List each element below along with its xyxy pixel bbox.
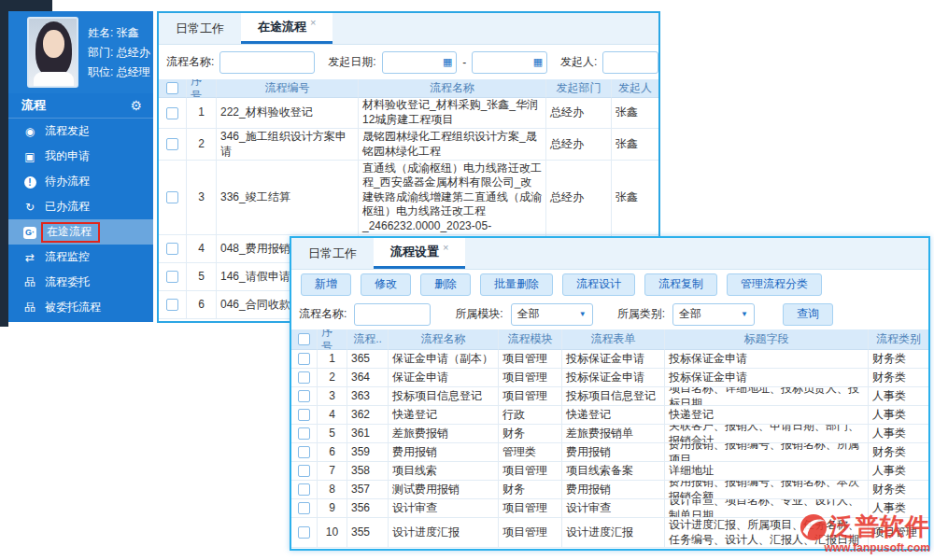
cell-name: 设计审查 xyxy=(389,499,499,518)
profile-name: 姓名: 张鑫 xyxy=(88,23,150,43)
row-checkbox[interactable] xyxy=(298,483,310,496)
initiator-input[interactable] xyxy=(602,51,658,74)
window1-tabstrip: 日常工作 在途流程 × xyxy=(159,13,658,45)
tab-process-settings[interactable]: 流程设置 × xyxy=(374,238,465,269)
toolbar-button-2[interactable]: 删除 xyxy=(420,273,471,296)
select-all-checkbox[interactable] xyxy=(166,82,178,94)
gear-icon[interactable]: ⚙ xyxy=(130,98,142,113)
start-date-label: 发起日期: xyxy=(328,54,375,70)
sidebar-item-6[interactable]: 品流程委托 xyxy=(8,270,153,295)
cell-title_fields: 投标保证金申请 xyxy=(665,350,869,369)
sidebar-item-1[interactable]: ▣我的申请 xyxy=(8,144,153,169)
row-checkbox[interactable] xyxy=(166,191,178,203)
cell-code: 346_施工组织设计方案申请 xyxy=(217,129,359,161)
sitemap-icon: 品 xyxy=(21,274,39,290)
toolbar-button-6[interactable]: 管理流程分类 xyxy=(727,273,822,296)
sidebar: 流程 ⚙ ◉流程发起▣我的申请!待办流程↻已办流程G·在途流程⇄流程监控品流程委… xyxy=(8,93,153,322)
sidebar-item-label: 已办流程 xyxy=(45,199,90,215)
select-all-checkbox[interactable] xyxy=(298,333,310,345)
row-checkbox[interactable] xyxy=(298,427,310,440)
row-checkbox[interactable] xyxy=(166,107,178,119)
toolbar-button-1[interactable]: 修改 xyxy=(361,273,411,296)
row-checkbox[interactable] xyxy=(298,371,310,384)
profile-dept: 部门: 总经办 xyxy=(88,43,150,63)
row-checkbox[interactable] xyxy=(166,138,178,150)
window2-filter-row: 流程名称: 所属模块: 全部 ▼ 所属类别: 全部 ▼ 查询 xyxy=(291,299,928,329)
cell-name: 快递登记 xyxy=(389,406,499,425)
cell-dept: 总经办 xyxy=(546,98,612,129)
cell-code: 356 xyxy=(347,499,389,518)
toolbar-button-5[interactable]: 流程复制 xyxy=(644,273,717,296)
sidebar-item-3[interactable]: ↻已办流程 xyxy=(8,194,153,219)
cell-title_fields: 详细地址 xyxy=(665,462,869,481)
row-checkbox[interactable] xyxy=(166,299,178,311)
window-process-settings: 日常工作 流程设置 × 新增修改删除批量删除流程设计流程复制管理流程分类 流程名… xyxy=(290,236,930,551)
row-checkbox[interactable] xyxy=(298,465,310,477)
sidebar-item-label: 流程委托 xyxy=(45,274,90,290)
row-checkbox[interactable] xyxy=(166,243,178,255)
row-checkbox[interactable] xyxy=(298,502,310,514)
cell-form: 费用报销 xyxy=(562,481,665,499)
start-date-from-input[interactable]: ▦ xyxy=(382,51,458,74)
tab-daily-work-2[interactable]: 日常工作 xyxy=(291,238,374,269)
sync-icon: ⇄ xyxy=(21,251,39,264)
column-header: 流程模块 xyxy=(499,329,562,350)
sidebar-item-0[interactable]: ◉流程发起 xyxy=(8,119,153,144)
column-header: 序号 xyxy=(318,329,347,350)
row-checkbox[interactable] xyxy=(298,409,310,421)
table-row: 3336_竣工结算收入合同_改建铁路成渝线增建第二直通线（成渝枢纽）电力线路迁改… xyxy=(159,161,658,235)
cell-initiator: 张鑫 xyxy=(612,98,658,129)
sidebar-item-5[interactable]: ⇄流程监控 xyxy=(8,245,153,270)
toolbar-button-3[interactable]: 批量删除 xyxy=(480,273,553,296)
row-checkbox[interactable] xyxy=(166,271,178,283)
cell-category: 人事类 xyxy=(869,387,928,406)
calendar-icon[interactable]: ▦ xyxy=(443,56,452,68)
sitemap-icon: 品 xyxy=(21,300,39,315)
row-checkbox[interactable] xyxy=(298,353,310,365)
cell-no: 2 xyxy=(187,129,217,161)
row-checkbox[interactable] xyxy=(298,526,310,539)
module-select[interactable]: 全部 ▼ xyxy=(511,303,593,326)
start-date-to-input[interactable]: ▦ xyxy=(472,51,547,74)
process-name-input[interactable] xyxy=(219,51,315,74)
cell-code: 362 xyxy=(347,406,389,425)
sidebar-title: 流程 xyxy=(21,97,46,114)
cell-code: 359 xyxy=(347,443,389,462)
sidebar-item-7[interactable]: 品被委托流程 xyxy=(8,295,153,320)
search-button[interactable]: 查询 xyxy=(783,303,833,326)
row-checkbox[interactable] xyxy=(298,390,310,402)
process-name-input-2[interactable] xyxy=(354,303,431,326)
sidebar-item-label: 流程发起 xyxy=(45,123,90,139)
sidebar-item-4[interactable]: G·在途流程 xyxy=(8,219,153,245)
column-header: 序号 xyxy=(187,79,217,98)
cell-code: 222_材料验收登记 xyxy=(217,98,359,129)
cell-title_fields: 设计进度汇报、所属项目、任务名称、任务编号、设计人、汇报人、汇报日期 xyxy=(665,518,869,548)
table-row: 6359费用报销管理类费用报销费用报销、报销编号、报销名称、所属项目财务类 xyxy=(291,443,928,462)
column-header: 发起人 xyxy=(612,79,658,98)
cell-no: 4 xyxy=(318,406,347,425)
cell-code: 357 xyxy=(347,481,389,499)
tab-daily-work[interactable]: 日常工作 xyxy=(159,13,241,44)
toolbar-button-4[interactable]: 流程设计 xyxy=(562,273,635,296)
cell-code: 336_竣工结算 xyxy=(217,161,359,235)
cell-module: 项目管理 xyxy=(499,499,562,518)
calendar-icon[interactable]: ▦ xyxy=(533,56,543,68)
window2-tabstrip: 日常工作 流程设置 × xyxy=(291,238,928,270)
sidebar-item-2[interactable]: !待办流程 xyxy=(8,169,153,194)
column-header: 流程编号 xyxy=(217,79,359,98)
table-header-row: 序号流程编号流程名称发起部门发起人 xyxy=(159,79,658,98)
category-select[interactable]: 全部 ▼ xyxy=(672,303,755,326)
cell-code: 364 xyxy=(347,369,389,387)
close-icon[interactable]: × xyxy=(310,17,316,28)
cell-category: 人事类 xyxy=(869,406,928,425)
cell-name: 收入合同_改建铁路成渝线增建第二直通线（成渝枢纽）电力线路迁改工程_西安盛器金属… xyxy=(359,161,546,235)
tab-in-transit[interactable]: 在途流程 × xyxy=(241,13,333,44)
sidebar-item-label: 待办流程 xyxy=(45,174,90,189)
toolbar-button-0[interactable]: 新增 xyxy=(301,273,351,296)
broadcast-icon: ◉ xyxy=(21,125,39,138)
cell-category: 财务类 xyxy=(869,481,928,499)
row-checkbox[interactable] xyxy=(298,446,310,458)
table-row: 4362快递登记行政快递登记快递登记人事类 xyxy=(291,406,928,425)
chevron-down-icon: ▼ xyxy=(579,310,587,318)
close-icon[interactable]: × xyxy=(443,242,448,253)
